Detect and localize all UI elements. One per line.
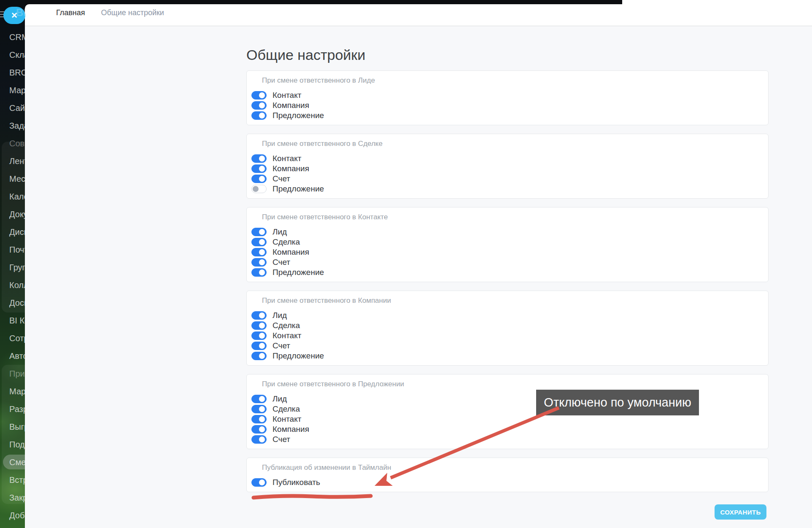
close-slider-button[interactable]: ✕ xyxy=(3,7,25,24)
toggle-switch[interactable] xyxy=(251,425,267,434)
toggle-knob xyxy=(259,249,265,255)
toggle-switch[interactable] xyxy=(251,111,267,120)
toggle-knob xyxy=(259,416,265,422)
sidebar-item-label: Выгр xyxy=(9,422,25,431)
sidebar-item[interactable]: Сотр xyxy=(0,333,25,343)
toggle-switch[interactable] xyxy=(251,101,267,110)
toggle-label: Сделка xyxy=(272,237,300,247)
sidebar-item[interactable]: Мар xyxy=(0,386,25,396)
sidebar-item[interactable]: Лент xyxy=(0,156,25,166)
toggle-switch[interactable] xyxy=(251,185,267,193)
toggle-switch[interactable] xyxy=(251,395,267,403)
sidebar-item[interactable]: Мар xyxy=(0,85,25,95)
toggle-label: Контакт xyxy=(272,331,301,340)
sidebar-item[interactable]: CRM xyxy=(0,32,25,42)
toggle-switch[interactable] xyxy=(251,238,267,246)
sidebar-item-label: CRM xyxy=(9,32,25,42)
toggle-label: Контакт xyxy=(272,154,301,163)
toggle-knob xyxy=(253,186,259,192)
toggle-switch[interactable] xyxy=(251,91,267,100)
sidebar-item[interactable]: BI Ко xyxy=(0,315,25,326)
tab[interactable]: Общие настройки xyxy=(97,6,168,20)
sidebar-item[interactable]: Почт xyxy=(0,245,25,255)
toggle-switch[interactable] xyxy=(251,154,267,163)
sidebar-item[interactable]: Подб xyxy=(0,439,25,450)
sidebar-item[interactable]: Груп xyxy=(0,262,25,272)
sidebar-item[interactable]: Выгр xyxy=(0,422,25,432)
sidebar-item[interactable]: Кале xyxy=(0,191,25,202)
toggle-knob xyxy=(259,269,265,275)
toggle-switch[interactable] xyxy=(251,175,267,183)
sidebar-item[interactable]: Разр xyxy=(0,404,25,414)
toggle-row: Счет xyxy=(251,435,760,444)
toggle-switch[interactable] xyxy=(251,342,267,350)
toggle-switch[interactable] xyxy=(251,321,267,330)
sidebar-item[interactable]: Закр xyxy=(0,493,25,503)
toggle-switch[interactable] xyxy=(251,331,267,340)
toggle-knob xyxy=(259,323,265,329)
sidebar-item-label: Прил xyxy=(9,369,25,378)
toggle-switch[interactable] xyxy=(251,478,267,487)
toggle-label: Счет xyxy=(272,435,290,444)
sidebar-item[interactable]: Прил xyxy=(0,369,25,379)
toggle-list: Лид Сделка Компания Счет xyxy=(251,228,760,277)
toggle-switch[interactable] xyxy=(251,248,267,256)
toggle-switch[interactable] xyxy=(251,311,267,320)
toggle-label: Сделка xyxy=(272,404,300,414)
toggle-label: Контакт xyxy=(272,415,301,424)
toggle-switch[interactable] xyxy=(251,352,267,360)
toggle-switch[interactable] xyxy=(251,405,267,413)
toggle-switch[interactable] xyxy=(251,258,267,267)
toggle-row: Предложение xyxy=(251,352,760,360)
toggle-switch[interactable] xyxy=(251,435,267,444)
sidebar-item-label: Закр xyxy=(9,493,25,502)
toggle-label: Счет xyxy=(272,258,290,267)
toggle-label: Предложение xyxy=(272,184,324,194)
sidebar-item[interactable]: Смен xyxy=(0,457,25,467)
sidebar-item[interactable]: Месс xyxy=(0,174,25,184)
group-title: При смене ответственного в Лиде xyxy=(262,76,760,85)
save-button[interactable]: СОХРАНИТЬ xyxy=(715,504,766,520)
toggle-label: Контакт xyxy=(272,91,301,100)
toggle-switch[interactable] xyxy=(251,268,267,277)
sidebar-item[interactable]: Сайт xyxy=(0,103,25,113)
toggle-label: Компания xyxy=(272,248,309,257)
toggle-knob xyxy=(259,176,265,182)
toggle-switch[interactable] xyxy=(251,164,267,173)
sidebar-item-label: Сотр xyxy=(9,334,25,343)
sidebar-item[interactable]: Доск xyxy=(0,298,25,308)
sidebar-item-label: Доба xyxy=(9,511,25,520)
sidebar-item[interactable]: Зада xyxy=(0,121,25,131)
sidebar-item-label: Подб xyxy=(9,440,25,449)
slider-tab-bar: Главная Общие настройки xyxy=(25,4,812,26)
toggle-knob xyxy=(259,92,265,98)
annotation-callout: Отключено по умолчанию xyxy=(536,390,699,415)
tab[interactable]: Главная xyxy=(52,6,89,20)
sidebar-item[interactable]: Колл xyxy=(0,280,25,290)
group-title: При смене ответственного в Контакте xyxy=(262,213,760,221)
sidebar-items: CRM Скла BROI Мар Сайт Зада Совм xyxy=(0,32,25,528)
toggle-label: Сделка xyxy=(272,321,300,330)
toggle-knob xyxy=(259,436,265,442)
group-title: Публикация об изменении в Таймлайн xyxy=(262,463,760,472)
settings-group-deal: При смене ответственного в Сделке Контак… xyxy=(246,134,769,199)
toggle-switch[interactable] xyxy=(251,415,267,423)
sidebar-item[interactable]: Скла xyxy=(0,50,25,60)
sidebar-item-label: Месс xyxy=(9,174,25,183)
sidebar-item-label: Сайт xyxy=(9,103,25,113)
sidebar-item[interactable]: Доба xyxy=(0,510,25,520)
sidebar-item[interactable]: BROI xyxy=(0,67,25,78)
sidebar-item-label: Разр xyxy=(9,404,25,414)
sidebar-item[interactable]: Авто xyxy=(0,351,25,361)
toggle-row: Контакт xyxy=(251,331,760,340)
toggle-row: Компания xyxy=(251,248,760,256)
toggle-knob xyxy=(259,239,265,245)
sidebar-item-label: BI Ко xyxy=(9,316,25,325)
toggle-label: Компания xyxy=(272,164,309,173)
toggle-switch[interactable] xyxy=(251,228,267,236)
sidebar-item[interactable]: Доку xyxy=(0,209,25,219)
toggle-knob xyxy=(259,156,265,162)
sidebar-item[interactable]: Диск xyxy=(0,227,25,237)
sidebar-item[interactable]: Совм xyxy=(0,138,25,148)
sidebar-item[interactable]: Встр xyxy=(0,475,25,485)
